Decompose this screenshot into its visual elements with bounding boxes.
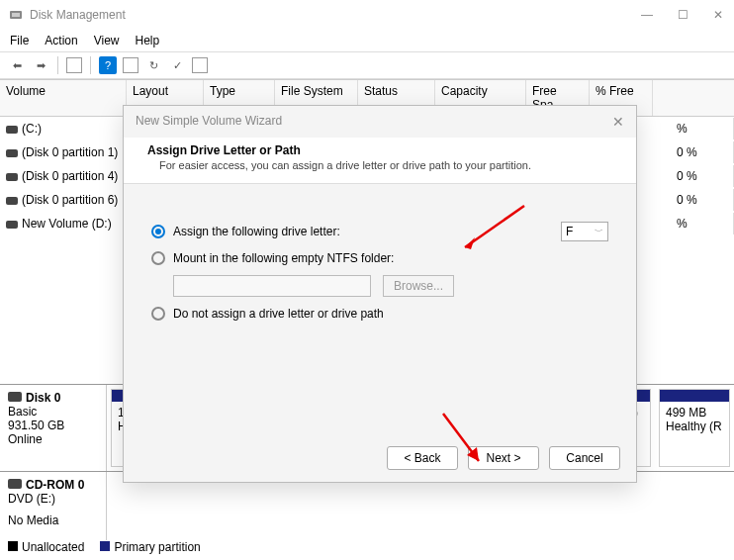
option-no-assign[interactable]: Do not assign a drive letter or drive pa… — [151, 307, 608, 321]
dialog-footer: < Back Next > Cancel — [387, 446, 620, 470]
dialog-subheading: For easier access, you can assign a driv… — [147, 159, 612, 171]
menu-action[interactable]: Action — [45, 34, 77, 47]
help-icon[interactable]: ? — [99, 56, 117, 74]
legend: Unallocated Primary partition — [8, 540, 201, 554]
props-icon[interactable] — [192, 57, 208, 73]
radio-icon[interactable] — [151, 225, 165, 238]
separator — [90, 56, 91, 74]
cdrom-label[interactable]: CD-ROM 0 DVD (E:) No Media — [0, 472, 107, 540]
titlebar: Disk Management — ☐ ✕ — [0, 0, 734, 30]
check-icon[interactable]: ✓ — [168, 56, 186, 74]
swatch-primary — [100, 541, 110, 551]
refresh-icon[interactable]: ↻ — [144, 56, 162, 74]
back-button[interactable]: < Back — [387, 446, 458, 470]
radio-icon[interactable] — [151, 251, 165, 265]
dialog-titlebar: New Simple Volume Wizard ✕ — [124, 106, 636, 138]
toolbar: ⬅ ➡ ? ↻ ✓ — [0, 51, 734, 79]
wizard-dialog: New Simple Volume Wizard ✕ Assign Drive … — [123, 105, 637, 483]
app-icon — [8, 7, 24, 23]
disk-icon — [6, 173, 18, 181]
chevron-down-icon: ﹀ — [595, 226, 603, 238]
dialog-body: Assign the following drive letter: F ﹀ M… — [124, 184, 636, 358]
window-title: Disk Management — [30, 8, 639, 22]
disk0-label[interactable]: Disk 0 Basic 931.50 GB Online — [0, 385, 107, 471]
list-icon[interactable] — [123, 57, 138, 73]
dialog-heading: Assign Drive Letter or Path — [147, 143, 301, 157]
menu-file[interactable]: File — [10, 34, 29, 47]
cdrom-icon — [8, 479, 22, 489]
partition[interactable]: 499 MBHealthy (R — [659, 389, 730, 467]
ntfs-folder-input[interactable] — [173, 275, 371, 297]
svg-rect-1 — [12, 13, 20, 17]
cancel-button[interactable]: Cancel — [549, 446, 620, 470]
disk-icon — [6, 149, 18, 157]
menubar: File Action View Help — [0, 30, 734, 51]
close-icon[interactable]: ✕ — [612, 114, 624, 130]
swatch-unallocated — [8, 541, 18, 551]
forward-icon[interactable]: ➡ — [32, 56, 49, 74]
drive-letter-select[interactable]: F ﹀ — [561, 222, 608, 241]
dialog-title: New Simple Volume Wizard — [136, 114, 612, 130]
menu-help[interactable]: Help — [136, 34, 160, 47]
back-icon[interactable]: ⬅ — [8, 56, 26, 74]
maximize-button[interactable]: ☐ — [675, 8, 690, 22]
col-volume[interactable]: Volume — [0, 80, 127, 116]
disk-icon — [6, 221, 18, 229]
minimize-button[interactable]: — — [639, 8, 655, 22]
dialog-header: Assign Drive Letter or Path For easier a… — [124, 138, 636, 184]
option-assign-letter[interactable]: Assign the following drive letter: F ﹀ — [151, 222, 608, 241]
close-button[interactable]: ✕ — [710, 8, 726, 22]
disk-icon — [8, 392, 22, 402]
disk-icon — [6, 126, 18, 134]
browse-button[interactable]: Browse... — [383, 275, 454, 297]
option-mount-folder[interactable]: Mount in the following empty NTFS folder… — [151, 251, 608, 265]
separator — [57, 56, 58, 74]
radio-icon[interactable] — [151, 307, 165, 321]
disk-icon — [6, 197, 18, 205]
menu-view[interactable]: View — [94, 34, 120, 47]
next-button[interactable]: Next > — [468, 446, 539, 470]
panel-icon[interactable] — [66, 57, 82, 73]
window-controls: — ☐ ✕ — [639, 8, 726, 22]
